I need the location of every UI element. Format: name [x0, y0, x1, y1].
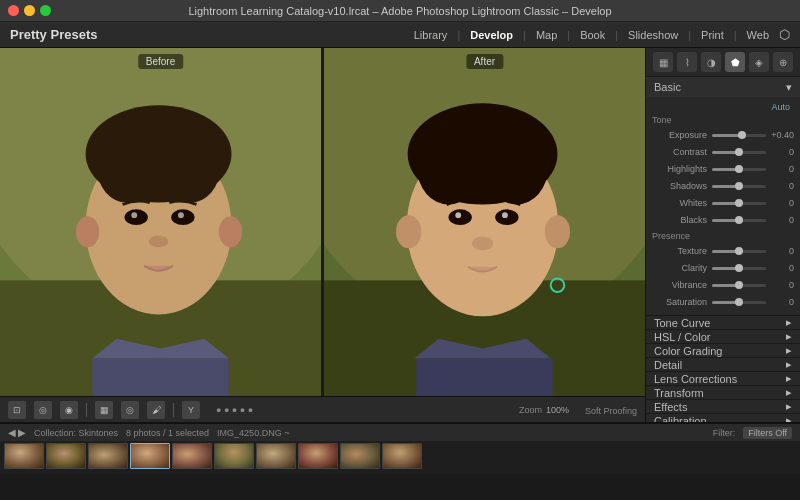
- nav-print[interactable]: Print: [697, 27, 728, 43]
- film-thumb-5[interactable]: [172, 443, 212, 469]
- vibrance-thumb[interactable]: [735, 281, 743, 289]
- titlebar: Lightroom Learning Catalog-v10.lrcat – A…: [0, 0, 800, 22]
- tone-curve-section[interactable]: Tone Curve ▸: [646, 316, 800, 330]
- window-controls[interactable]: [8, 5, 51, 16]
- tone-curve-icon[interactable]: ⌇: [677, 52, 697, 72]
- collection-nav: ◀ ▶: [8, 427, 26, 438]
- clarity-thumb[interactable]: [735, 264, 743, 272]
- nav-book[interactable]: Book: [576, 27, 609, 43]
- maximize-button[interactable]: [40, 5, 51, 16]
- texture-thumb[interactable]: [735, 247, 743, 255]
- contrast-value: 0: [766, 147, 794, 157]
- nav-slideshow[interactable]: Slideshow: [624, 27, 682, 43]
- film-thumb-3[interactable]: [88, 443, 128, 469]
- svg-point-26: [545, 215, 570, 248]
- texture-value: 0: [766, 246, 794, 256]
- radial-filter-tool[interactable]: ◎: [121, 401, 139, 419]
- transform-section[interactable]: Transform ▸: [646, 386, 800, 400]
- before-after-toggle[interactable]: Y: [182, 401, 200, 419]
- film-thumb-4[interactable]: [130, 443, 170, 469]
- thumb-img-10: [383, 444, 421, 468]
- zoom-value[interactable]: 100%: [546, 405, 569, 415]
- right-panel: Histogram 55.2/ 64.4 50.6/ 60.2 54.1/ 57…: [645, 48, 800, 422]
- film-thumb-6[interactable]: [214, 443, 254, 469]
- vibrance-slider[interactable]: [712, 284, 766, 287]
- nav-web[interactable]: Web: [743, 27, 773, 43]
- blacks-label: Blacks: [652, 215, 712, 225]
- basic-panel-header[interactable]: Basic ▾: [646, 77, 800, 97]
- prev-collection[interactable]: ◀: [8, 427, 16, 438]
- exposure-slider[interactable]: [712, 134, 766, 137]
- clarity-slider[interactable]: [712, 267, 766, 270]
- film-thumb-9[interactable]: [340, 443, 380, 469]
- graduated-filter-tool[interactable]: ▦: [95, 401, 113, 419]
- svg-point-30: [502, 212, 508, 218]
- nav-library[interactable]: Library: [410, 27, 452, 43]
- color-icon[interactable]: ⬟: [725, 52, 745, 72]
- whites-value: 0: [766, 198, 794, 208]
- lens-icon[interactable]: ⊕: [773, 52, 793, 72]
- highlights-label: Highlights: [652, 164, 712, 174]
- red-eye-tool[interactable]: ◉: [60, 401, 78, 419]
- film-thumb-10[interactable]: [382, 443, 422, 469]
- highlights-thumb[interactable]: [735, 165, 743, 173]
- texture-slider[interactable]: [712, 250, 766, 253]
- film-thumb-1[interactable]: [4, 443, 44, 469]
- next-collection[interactable]: ▶: [18, 427, 26, 438]
- spot-removal-tool[interactable]: ◎: [34, 401, 52, 419]
- contrast-slider[interactable]: [712, 151, 766, 154]
- detail-icon[interactable]: ◈: [749, 52, 769, 72]
- saturation-thumb[interactable]: [735, 298, 743, 306]
- minimize-button[interactable]: [24, 5, 35, 16]
- highlights-slider[interactable]: [712, 168, 766, 171]
- transform-expand: ▸: [786, 386, 792, 399]
- svg-point-8: [161, 134, 219, 202]
- saturation-slider[interactable]: [712, 301, 766, 304]
- nav-develop[interactable]: Develop: [466, 27, 517, 43]
- blacks-thumb[interactable]: [735, 216, 743, 224]
- main-area: Before: [0, 48, 800, 422]
- filter-value[interactable]: Filters Off: [743, 427, 792, 439]
- contrast-thumb[interactable]: [735, 148, 743, 156]
- soft-proofing-label[interactable]: Soft Proofing: [585, 404, 637, 416]
- lens-corrections-section[interactable]: Lens Corrections ▸: [646, 372, 800, 386]
- exposure-thumb[interactable]: [738, 131, 746, 139]
- texture-row: Texture 0: [652, 243, 794, 259]
- hsl-expand: ▸: [786, 330, 792, 343]
- hsl-section[interactable]: HSL / Color ▸: [646, 330, 800, 344]
- effects-label: Effects: [654, 401, 687, 413]
- svg-rect-4: [92, 358, 228, 396]
- highlights-row: Highlights 0: [652, 161, 794, 177]
- panel-tools: ▦ ⌇ ◑ ⬟ ◈ ⊕: [646, 48, 800, 77]
- hsl-icon[interactable]: ◑: [701, 52, 721, 72]
- zoom-label: Zoom: [519, 405, 542, 415]
- crop-tool[interactable]: ⊡: [8, 401, 26, 419]
- presence-label: Presence: [652, 231, 794, 241]
- filter-label: Filter:: [713, 428, 736, 438]
- effects-expand: ▸: [786, 400, 792, 413]
- blacks-slider[interactable]: [712, 219, 766, 222]
- thumb-img-7: [257, 444, 295, 468]
- collection-label: Collection: Skintones: [34, 428, 118, 438]
- film-thumb-7[interactable]: [256, 443, 296, 469]
- adjustment-brush-tool[interactable]: 🖌: [147, 401, 165, 419]
- color-grading-section[interactable]: Color Grading ▸: [646, 344, 800, 358]
- histogram-tool-icon[interactable]: ▦: [653, 52, 673, 72]
- close-button[interactable]: [8, 5, 19, 16]
- detail-section[interactable]: Detail ▸: [646, 358, 800, 372]
- film-thumb-8[interactable]: [298, 443, 338, 469]
- calibration-section[interactable]: Calibration ▸: [646, 414, 800, 422]
- nav-map[interactable]: Map: [532, 27, 561, 43]
- effects-section[interactable]: Effects ▸: [646, 400, 800, 414]
- film-thumb-2[interactable]: [46, 443, 86, 469]
- whites-slider[interactable]: [712, 202, 766, 205]
- shadows-slider[interactable]: [712, 185, 766, 188]
- before-photo-svg: [0, 48, 321, 396]
- auto-button[interactable]: Auto: [767, 101, 794, 113]
- blacks-value: 0: [766, 215, 794, 225]
- detail-label: Detail: [654, 359, 682, 371]
- exposure-row: Exposure +0.40: [652, 127, 794, 143]
- whites-thumb[interactable]: [735, 199, 743, 207]
- shadows-thumb[interactable]: [735, 182, 743, 190]
- calibration-label: Calibration: [654, 415, 707, 423]
